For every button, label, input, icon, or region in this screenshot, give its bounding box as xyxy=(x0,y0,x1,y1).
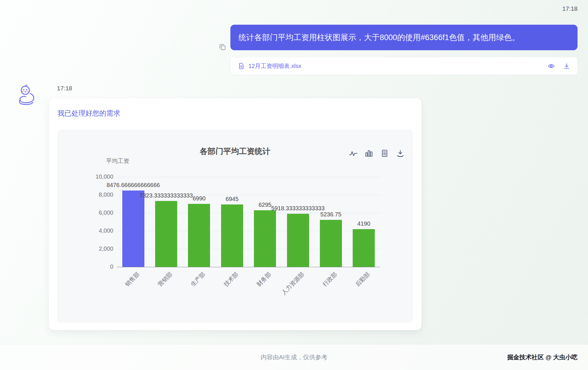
chart-card: 各部门平均工资统计 xyxy=(58,130,413,322)
user-message-text: 统计各部门平均工资用柱状图展示，大于8000的使用#6366f1色值，其他用绿色… xyxy=(239,32,520,43)
assistant-message-timestamp: 17:18 xyxy=(57,85,72,92)
assistant-message-card: 我已处理好您的需求 各部门平均工资统计 xyxy=(49,98,422,330)
y-gridline xyxy=(117,177,380,177)
bar-value-label: 6990 xyxy=(193,195,206,202)
document-icon xyxy=(238,62,245,70)
y-axis-tick-label: 10,000 xyxy=(58,173,113,180)
ai-disclaimer: 内容由AI生成，仅供参考 xyxy=(0,353,588,361)
copy-icon xyxy=(218,43,226,51)
assistant-avatar xyxy=(16,84,37,107)
x-axis-line xyxy=(117,267,380,267)
y-axis-tick-label: 6,000 xyxy=(58,209,113,216)
user-message-timestamp: 17:18 xyxy=(562,5,578,12)
copy-message-button[interactable] xyxy=(218,43,226,51)
y-axis-tick-label: 2,000 xyxy=(58,245,113,252)
download-attachment-button[interactable] xyxy=(563,62,570,70)
chart-bar[interactable] xyxy=(155,201,177,267)
watermark-credit: 掘金技术社区 @ 大虫小呓 xyxy=(507,353,578,361)
download-icon xyxy=(563,62,570,70)
chart-bar[interactable] xyxy=(122,191,144,267)
bar-value-label: 7323.333333333333 xyxy=(139,192,193,199)
snake-mascot-icon xyxy=(16,84,37,107)
bar-value-label: 5236.75 xyxy=(320,211,341,218)
chart-bar[interactable] xyxy=(353,229,375,267)
attachment-filename: 12月工资明细表.xlsx xyxy=(248,62,544,70)
attachment-actions xyxy=(548,62,570,70)
chat-page: 17:18 统计各部门平均工资用柱状图展示，大于8000的使用#6366f1色值… xyxy=(0,0,588,370)
chart-bar[interactable] xyxy=(188,204,210,267)
assistant-reply-text: 我已处理好您的需求 xyxy=(58,109,120,118)
chart-bar[interactable] xyxy=(254,210,276,267)
chart-bar[interactable] xyxy=(287,214,309,267)
eye-icon xyxy=(548,62,555,70)
user-message-bubble: 统计各部门平均工资用柱状图展示，大于8000的使用#6366f1色值，其他用绿色… xyxy=(230,25,578,50)
chart-bar[interactable] xyxy=(320,220,342,267)
y-axis-tick-label: 4,000 xyxy=(58,227,113,234)
bar-chart: 02,0004,0006,0008,00010,0008476.66666666… xyxy=(58,130,412,322)
bar-value-label: 6945 xyxy=(226,196,239,202)
page-footer: 内容由AI生成，仅供参考 掘金技术社区 @ 大虫小呓 xyxy=(0,344,588,370)
y-axis-tick-label: 0 xyxy=(58,263,113,270)
y-axis-tick-label: 8,000 xyxy=(58,191,113,198)
attachment-card[interactable]: 12月工资明细表.xlsx xyxy=(230,57,578,75)
bar-value-label: 4190 xyxy=(357,220,370,227)
bar-value-label: 5918.333333333333 xyxy=(271,205,325,212)
bar-value-label: 6295 xyxy=(259,202,272,208)
preview-button[interactable] xyxy=(548,62,555,70)
bar-value-label: 8476.666666666666 xyxy=(107,182,160,188)
chart-bar[interactable] xyxy=(221,204,243,267)
